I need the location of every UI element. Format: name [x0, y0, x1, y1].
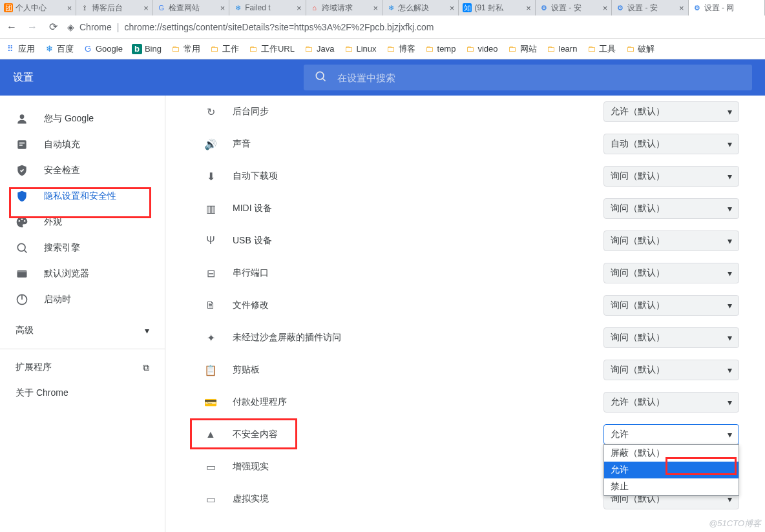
sidebar-item-search-engine[interactable]: 搜索引擎: [0, 235, 165, 261]
close-icon[interactable]: ×: [220, 3, 225, 13]
bookmark-item[interactable]: bBing: [132, 44, 162, 54]
svg-point-0: [316, 72, 324, 79]
permission-select[interactable]: 询问（默认）▾: [603, 198, 739, 219]
permission-row-clipboard: 📋剪贴板询问（默认）▾: [204, 354, 739, 386]
browser-tab[interactable]: G检查网站×: [153, 0, 229, 15]
close-icon[interactable]: ×: [450, 3, 455, 13]
browser-tab-active[interactable]: ⚙设置 - 网: [689, 0, 765, 15]
browser-tab[interactable]: ⚙设置 - 安×: [536, 0, 612, 15]
tab-title: 检查网站: [169, 3, 218, 14]
permission-label: 自动下载项: [233, 170, 588, 182]
bookmark-favicon: ❄: [44, 44, 54, 54]
browser-tab[interactable]: ❄怎么解决×: [382, 0, 459, 15]
close-icon[interactable]: ×: [603, 3, 608, 13]
permission-select[interactable]: 询问（默认）▾: [603, 230, 739, 251]
bookmark-item[interactable]: GGoogle: [83, 44, 123, 54]
tab-favicon: G: [157, 3, 166, 12]
download-icon: ⬇: [204, 170, 217, 183]
bookmark-folder[interactable]: 🗀工作: [209, 43, 239, 55]
bookmark-folder[interactable]: 🗀learn: [546, 44, 578, 54]
close-icon[interactable]: ×: [526, 3, 531, 13]
bookmark-folder[interactable]: 🗀破解: [625, 43, 655, 55]
chevron-down-icon: ▾: [728, 332, 732, 343]
sidebar-item-privacy-security[interactable]: 隐私设置和安全性: [0, 183, 165, 209]
dropdown-option[interactable]: 禁止: [604, 478, 739, 495]
settings-sidebar: 您与 Google 自动填充 安全检查 隐私设置和安全性 外观 搜索引擎 默认浏…: [0, 96, 165, 532]
close-icon[interactable]: ×: [143, 3, 149, 13]
search-box[interactable]: [304, 65, 752, 90]
bookmark-item[interactable]: ❄百度: [44, 43, 74, 55]
close-icon[interactable]: ×: [297, 3, 302, 13]
select-value: 允许（默认）: [611, 396, 665, 408]
bookmark-folder[interactable]: 🗀常用: [171, 43, 200, 55]
bookmark-folder[interactable]: 🗀工作URL: [248, 43, 295, 55]
dropdown-option[interactable]: 屏蔽（默认）: [604, 445, 739, 462]
address-bar[interactable]: ◈ Chrome | chrome://settings/content/sit…: [67, 22, 760, 32]
chevron-down-icon: ▾: [728, 300, 732, 311]
browser-tab[interactable]: 团个人中心×: [0, 0, 76, 15]
close-icon[interactable]: ×: [679, 3, 684, 13]
bookmark-folder[interactable]: 🗀video: [465, 44, 498, 54]
permission-select[interactable]: 允许▾: [603, 424, 739, 445]
sidebar-item-appearance[interactable]: 外观: [0, 209, 165, 235]
dropdown-option-selected[interactable]: 允许: [604, 462, 739, 478]
permission-select[interactable]: 询问（默认）▾: [603, 166, 739, 187]
addr-url: chrome://settings/content/siteDetails?si…: [124, 22, 434, 32]
search-input[interactable]: [337, 72, 742, 83]
permission-row-midi: ▥MIDI 设备询问（默认）▾: [204, 192, 739, 225]
permission-select[interactable]: 询问（默认）▾: [603, 295, 739, 316]
sidebar-item-label: 自动填充: [44, 139, 80, 150]
browser-tab[interactable]: ❄Failed t×: [229, 0, 306, 15]
tab-favicon: 团: [4, 3, 13, 12]
bookmark-folder[interactable]: 🗀工具: [586, 43, 616, 55]
chevron-down-icon: ▾: [728, 365, 732, 375]
site-info-icon[interactable]: ◈: [67, 22, 74, 32]
bookmark-folder[interactable]: 🗀网站: [507, 43, 537, 55]
browser-tab[interactable]: ⟟博客后台×: [76, 0, 152, 15]
sidebar-item-advanced[interactable]: 高级▾: [0, 318, 165, 343]
sidebar-item-extensions[interactable]: 扩展程序⧉: [0, 354, 165, 380]
permission-select[interactable]: 询问（默认）▾: [603, 263, 739, 283]
permission-select[interactable]: 自动（默认）▾: [603, 134, 739, 154]
close-icon[interactable]: ×: [67, 3, 72, 13]
permission-row-payment-handler: 💳付款处理程序允许（默认）▾: [204, 386, 739, 418]
forward-button[interactable]: →: [26, 21, 39, 33]
serial-icon: ⊟: [204, 267, 217, 280]
bookmark-folder[interactable]: 🗀Linux: [343, 44, 376, 54]
select-value: 允许: [611, 429, 629, 440]
tab-favicon: ⚙: [616, 3, 625, 12]
sidebar-item-about[interactable]: 关于 Chrome: [0, 380, 165, 406]
sidebar-item-safety-check[interactable]: 安全检查: [0, 158, 165, 183]
apps-shortcut[interactable]: ⠿应用: [5, 43, 35, 55]
sidebar-item-on-startup[interactable]: 启动时: [0, 287, 165, 312]
payment-icon: 💳: [204, 396, 217, 409]
sidebar-item-autofill[interactable]: 自动填充: [0, 132, 165, 158]
permission-select[interactable]: 允许（默认）▾: [603, 101, 739, 122]
bookmark-folder[interactable]: 🗀Java: [304, 44, 334, 54]
permission-label: 增强现实: [233, 461, 588, 473]
browser-tab[interactable]: 知(91 封私×: [459, 0, 535, 15]
addr-origin: Chrome: [79, 22, 112, 32]
folder-icon: 🗀: [209, 44, 220, 54]
permission-select[interactable]: 允许（默认）▾: [603, 392, 739, 413]
person-icon: [16, 112, 28, 125]
bookmark-folder[interactable]: 🗀博客: [386, 43, 415, 55]
back-button[interactable]: ←: [5, 21, 18, 33]
bookmark-folder[interactable]: 🗀temp: [424, 44, 456, 54]
sync-icon: ↻: [204, 106, 217, 118]
bookmark-label: 网站: [520, 43, 537, 55]
browser-tab[interactable]: ⌂跨域请求×: [306, 0, 382, 15]
sound-icon: 🔊: [204, 138, 217, 150]
svg-line-1: [323, 79, 326, 81]
permission-select[interactable]: 询问（默认）▾: [603, 327, 739, 348]
settings-header: 设置: [0, 59, 765, 96]
chevron-down-icon: ▾: [728, 107, 732, 117]
reload-button[interactable]: ⟳: [47, 21, 59, 33]
sidebar-item-default-browser[interactable]: 默认浏览器: [0, 261, 165, 287]
browser-tab[interactable]: ⚙设置 - 安×: [612, 0, 688, 15]
permission-select[interactable]: 询问（默认）▾: [603, 360, 739, 380]
close-icon[interactable]: ×: [373, 3, 378, 13]
svg-line-10: [25, 251, 27, 253]
bookmark-label: 工作: [222, 43, 239, 55]
sidebar-item-you-and-google[interactable]: 您与 Google: [0, 106, 165, 132]
